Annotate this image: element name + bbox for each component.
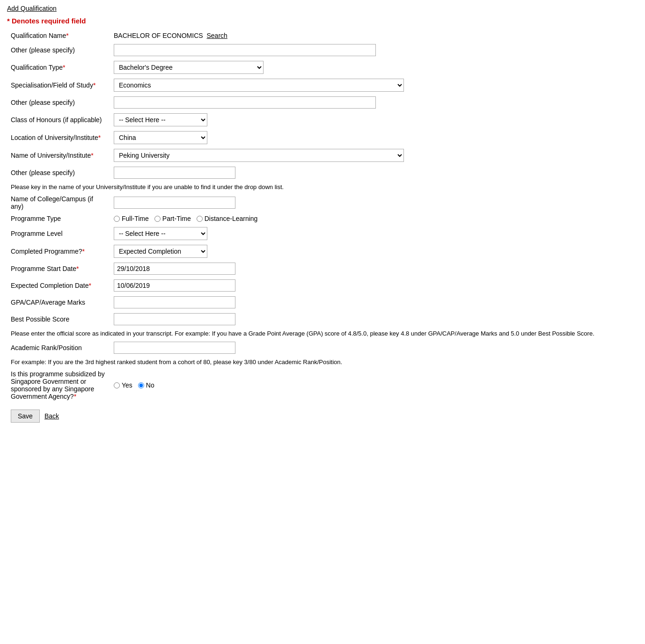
programme-type-fulltime-text: Full-Time [122, 215, 149, 222]
programme-start-date-cell [110, 260, 638, 277]
programme-type-fulltime-label[interactable]: Full-Time [114, 215, 149, 222]
button-row: Save Back [7, 410, 638, 423]
subsidized-radio-group: Yes No [114, 381, 634, 389]
required-notice: * Denotes required field [7, 17, 638, 25]
other-specify-1-input[interactable] [114, 44, 376, 56]
college-campus-cell [110, 193, 638, 212]
programme-type-parttime-label[interactable]: Part-Time [154, 215, 191, 222]
class-honours-cell: -- Select Here -- First Class Second Upp… [110, 111, 638, 129]
programme-start-date-label: Programme Start Date* [7, 260, 110, 277]
programme-type-fulltime-radio[interactable] [114, 216, 120, 222]
university-name-cell: Peking University Tsinghua University Fu… [110, 146, 638, 164]
specialisation-cell: Economics Business Engineering Computer … [110, 76, 638, 94]
qualification-type-label: Qualification Type* [7, 59, 110, 76]
qualification-type-cell: Bachelor's Degree Master's Degree Doctor… [110, 59, 638, 76]
programme-type-parttime-text: Part-Time [162, 215, 191, 222]
academic-rank-cell [110, 339, 638, 356]
qualification-type-select[interactable]: Bachelor's Degree Master's Degree Doctor… [114, 61, 264, 74]
programme-type-label: Programme Type [7, 212, 110, 225]
gpa-cell [110, 294, 638, 311]
expected-completion-input[interactable] [114, 279, 235, 292]
qualification-name-cell: BACHELOR OF ECONOMICS Search [110, 29, 638, 42]
subsidized-no-radio[interactable] [138, 382, 144, 388]
location-cell: China Singapore United States United Kin… [110, 129, 638, 146]
gpa-input[interactable] [114, 296, 235, 308]
specialisation-select[interactable]: Economics Business Engineering Computer … [114, 79, 404, 92]
programme-type-cell: Full-Time Part-Time Distance-Learning [110, 212, 638, 225]
subsidized-yes-radio[interactable] [114, 382, 120, 388]
programme-type-distance-radio[interactable] [197, 216, 203, 222]
page-title-link[interactable]: Add Qualification [7, 5, 57, 12]
subsidized-label: Is this programme subsidized by Singapor… [7, 368, 110, 402]
subsidized-cell: Yes No [110, 368, 638, 402]
programme-start-date-input[interactable] [114, 263, 235, 275]
other-specify-3-input[interactable] [114, 167, 235, 179]
expected-completion-cell [110, 277, 638, 294]
gpa-note: Please enter the official score as indic… [7, 328, 638, 339]
specialisation-label: Specialisation/Field of Study* [7, 76, 110, 94]
gpa-label: GPA/CAP/Average Marks [7, 294, 110, 311]
completed-programme-cell: Completed Expected Completion [110, 242, 638, 260]
other-specify-2-cell [110, 94, 638, 111]
programme-type-parttime-radio[interactable] [154, 216, 161, 222]
best-score-cell [110, 311, 638, 328]
other-specify-2-input[interactable] [114, 96, 376, 109]
programme-type-radio-group: Full-Time Part-Time Distance-Learning [114, 215, 634, 222]
programme-level-cell: -- Select Here -- Undergraduate Postgrad… [110, 225, 638, 242]
college-campus-input[interactable] [114, 197, 235, 209]
college-campus-label: Name of College/Campus (if any) [7, 193, 110, 212]
academic-rank-input[interactable] [114, 342, 235, 354]
completed-programme-label: Completed Programme?* [7, 242, 110, 260]
other-specify-1-cell [110, 42, 638, 59]
university-name-select[interactable]: Peking University Tsinghua University Fu… [114, 149, 404, 162]
programme-level-select[interactable]: -- Select Here -- Undergraduate Postgrad… [114, 227, 207, 240]
university-name-label: Name of University/Institute* [7, 146, 110, 164]
location-label: Location of University/Institute* [7, 129, 110, 146]
subsidized-yes-label[interactable]: Yes [114, 381, 132, 389]
class-honours-select[interactable]: -- Select Here -- First Class Second Upp… [114, 113, 207, 126]
qualification-name-search-link[interactable]: Search [206, 32, 227, 39]
programme-type-distance-text: Distance-Learning [205, 215, 258, 222]
programme-type-distance-label[interactable]: Distance-Learning [197, 215, 258, 222]
programme-level-label: Programme Level [7, 225, 110, 242]
back-link[interactable]: Back [44, 410, 59, 423]
class-honours-label: Class of Honours (if applicable) [7, 111, 110, 129]
save-button[interactable]: Save [11, 410, 40, 423]
expected-completion-label: Expected Completion Date* [7, 277, 110, 294]
qualification-name-label: Qualification Name* [7, 29, 110, 42]
other-specify-3-cell [110, 164, 638, 181]
subsidized-no-text: No [146, 381, 154, 389]
other-specify-3-label: Other (please specify) [7, 164, 110, 181]
academic-rank-label: Academic Rank/Position [7, 339, 110, 356]
completed-programme-select[interactable]: Completed Expected Completion [114, 245, 207, 258]
other-specify-1-label: Other (please specify) [7, 42, 110, 59]
university-note: Please key in the name of your Universit… [7, 181, 638, 193]
location-select[interactable]: China Singapore United States United Kin… [114, 131, 207, 144]
best-score-input[interactable] [114, 313, 235, 325]
academic-rank-note: For example: If you are the 3rd highest … [7, 356, 638, 368]
subsidized-no-label[interactable]: No [138, 381, 154, 389]
qualification-name-value: BACHELOR OF ECONOMICS [114, 32, 203, 39]
other-specify-2-label: Other (please specify) [7, 94, 110, 111]
subsidized-yes-text: Yes [122, 381, 132, 389]
best-score-label: Best Possible Score [7, 311, 110, 328]
